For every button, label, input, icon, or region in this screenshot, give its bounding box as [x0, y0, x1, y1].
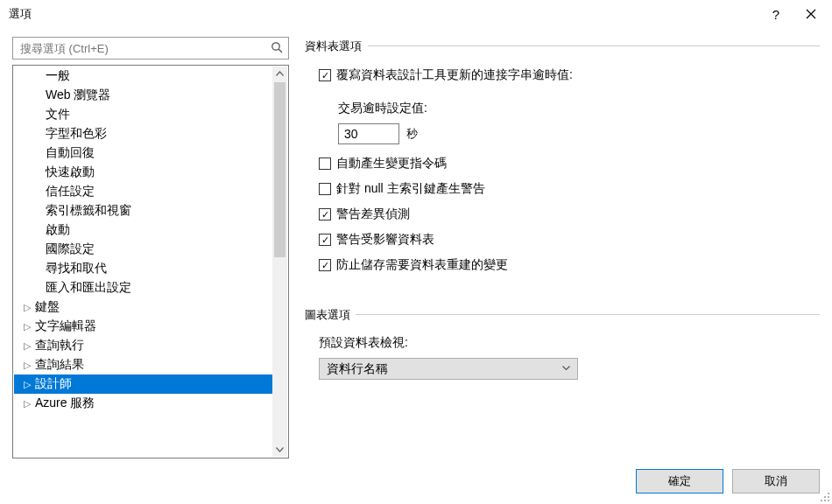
checkbox-icon: ✓ [319, 208, 331, 220]
help-button[interactable]: ? [758, 0, 793, 28]
chevron-right-icon: ▷ [21, 302, 33, 313]
tree-item-label: 信任設定 [46, 184, 95, 200]
chevron-right-icon: ▷ [21, 360, 33, 371]
tree-item-label: Azure 服務 [35, 396, 95, 411]
group-table-options-label: 資料表選項 [305, 38, 367, 54]
chk-autoscript-label: 自動產生變更指令碼 [336, 156, 447, 172]
checkbox-icon [319, 183, 331, 195]
checkbox-icon: ✓ [319, 259, 331, 271]
scroll-down-icon[interactable] [272, 442, 287, 457]
tree-item[interactable]: ▷查詢執行 [14, 336, 272, 355]
tree-item[interactable]: 快速啟動 [14, 163, 272, 182]
tree-item[interactable]: 一般 [14, 66, 272, 86]
tree-item[interactable]: 索引標籤和視窗 [14, 201, 272, 220]
tree-item[interactable]: ▷設計師 [14, 374, 272, 394]
tree-item[interactable]: 尋找和取代 [14, 259, 272, 278]
tree-item[interactable]: Web 瀏覽器 [14, 86, 272, 105]
search-box[interactable] [12, 37, 289, 60]
search-icon [271, 41, 283, 56]
chk-autoscript[interactable]: 自動產生變更指令碼 [319, 152, 811, 175]
svg-point-2 [824, 496, 826, 498]
tree-item[interactable]: ▷文字編輯器 [14, 317, 272, 336]
tree-item[interactable]: ▷查詢結果 [14, 355, 272, 374]
chk-diff-warning-label: 警告差異偵測 [336, 206, 410, 222]
svg-point-6 [828, 500, 829, 501]
chk-prevent-save[interactable]: ✓ 防止儲存需要資料表重建的變更 [319, 254, 811, 276]
chevron-right-icon: ▷ [21, 379, 33, 390]
tree-item[interactable]: 字型和色彩 [14, 124, 272, 144]
tree-item-label: 文件 [46, 107, 70, 122]
tree-item-label: 查詢結果 [35, 357, 84, 373]
timeout-input[interactable] [338, 123, 399, 144]
group-diagram-options-label: 圖表選項 [305, 307, 356, 323]
tree-item[interactable]: ▷鍵盤 [14, 298, 272, 317]
chk-override-timeout-label: 覆寫資料表設計工具更新的連接字串逾時值: [336, 67, 573, 83]
chevron-right-icon: ▷ [21, 321, 33, 332]
tree-item-label: 匯入和匯出設定 [46, 280, 131, 296]
tree-item[interactable]: 文件 [14, 105, 272, 124]
chevron-right-icon: ▷ [21, 340, 33, 352]
svg-point-3 [828, 496, 829, 498]
tree-item-label: 字型和色彩 [46, 126, 107, 142]
checkbox-icon: ✓ [319, 234, 331, 246]
chk-null-warning[interactable]: 針對 null 主索引鍵產生警告 [319, 178, 811, 200]
tree-item-label: 索引標籤和視窗 [46, 203, 131, 219]
resize-grip-icon[interactable] [818, 490, 830, 502]
checkbox-icon: ✓ [319, 69, 331, 81]
tree-item-label: 快速啟動 [46, 164, 95, 180]
options-tree[interactable]: 一般Web 瀏覽器文件字型和色彩自動回復快速啟動信任設定索引標籤和視窗啟動國際設… [14, 66, 272, 457]
default-view-value: 資料行名稱 [327, 361, 388, 377]
tree-item-label: Web 瀏覽器 [46, 88, 110, 103]
chk-null-warning-label: 針對 null 主索引鍵產生警告 [336, 181, 485, 197]
chk-prevent-save-label: 防止儲存需要資料表重建的變更 [336, 257, 508, 273]
default-view-combo[interactable]: 資料行名稱 [319, 358, 578, 380]
chevron-right-icon: ▷ [21, 398, 33, 410]
tree-item-label: 設計師 [35, 376, 72, 392]
group-diagram-options: 圖表選項 預設資料表檢視: 資料行名稱 [305, 305, 820, 388]
svg-point-0 [272, 42, 279, 49]
tree-item[interactable]: 匯入和匯出設定 [14, 278, 272, 298]
tree-scrollbar[interactable] [272, 66, 287, 457]
close-button[interactable] [793, 0, 828, 28]
group-table-options: 資料表選項 ✓ 覆寫資料表設計工具更新的連接字串逾時值: 交易逾時設定值: 秒 … [305, 37, 820, 288]
scroll-up-icon[interactable] [272, 66, 287, 81]
tree-item-label: 文字編輯器 [35, 318, 96, 334]
tree-item-label: 國際設定 [46, 242, 95, 257]
search-input[interactable] [18, 41, 271, 56]
cancel-button[interactable]: 取消 [732, 469, 820, 494]
ok-button[interactable]: 確定 [636, 469, 723, 494]
close-icon [806, 9, 816, 19]
tree-item[interactable]: ▷Azure 服務 [14, 394, 272, 413]
chk-diff-warning[interactable]: ✓ 警告差異偵測 [319, 203, 811, 226]
tree-item[interactable]: 信任設定 [14, 182, 272, 201]
tree-item-label: 尋找和取代 [46, 261, 107, 276]
window-title: 選項 [9, 6, 758, 22]
chk-override-timeout[interactable]: ✓ 覆寫資料表設計工具更新的連接字串逾時值: [319, 64, 811, 87]
title-bar: 選項 ? [0, 0, 832, 28]
tree-item-label: 查詢執行 [35, 338, 84, 354]
tree-item-label: 一般 [46, 68, 70, 84]
svg-point-5 [824, 500, 826, 501]
svg-point-4 [821, 500, 822, 501]
tree-item-label: 自動回復 [46, 145, 95, 161]
svg-point-1 [828, 493, 829, 494]
timeout-unit: 秒 [406, 126, 418, 142]
chk-affected-warning-label: 警告受影響資料表 [336, 232, 434, 248]
scroll-thumb[interactable] [274, 82, 286, 257]
chevron-down-icon [562, 364, 570, 374]
tree-item-label: 啟動 [46, 222, 70, 238]
timeout-label: 交易逾時設定值: [338, 101, 811, 116]
default-view-label: 預設資料表檢視: [319, 335, 811, 351]
tree-item[interactable]: 自動回復 [14, 144, 272, 163]
tree-item[interactable]: 國際設定 [14, 240, 272, 259]
tree-item[interactable]: 啟動 [14, 220, 272, 240]
checkbox-icon [319, 158, 331, 170]
tree-item-label: 鍵盤 [35, 299, 60, 315]
chk-affected-warning[interactable]: ✓ 警告受影響資料表 [319, 228, 811, 251]
